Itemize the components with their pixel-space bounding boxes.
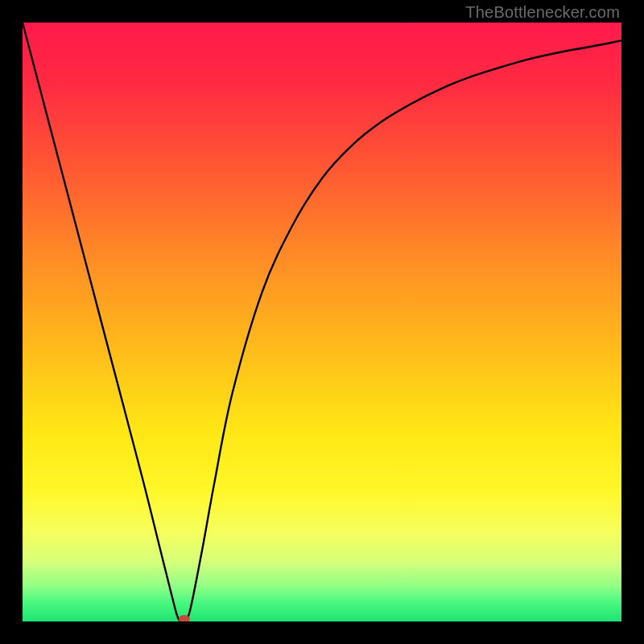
chart-frame (23, 23, 621, 621)
chart-svg (23, 23, 621, 621)
watermark-text: TheBottlenecker.com (465, 3, 620, 22)
chart-background (23, 23, 621, 621)
